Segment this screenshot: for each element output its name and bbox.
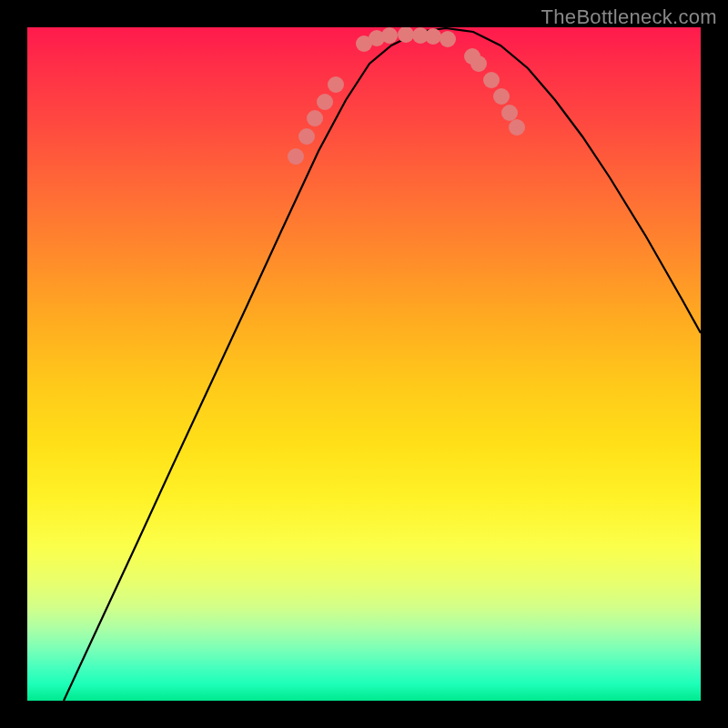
- cluster-dot: [425, 28, 441, 45]
- cluster-dot: [288, 148, 304, 165]
- cluster-dot: [470, 56, 487, 72]
- cluster-dot: [381, 27, 398, 44]
- watermark-text: TheBottleneck.com: [541, 5, 717, 29]
- cluster-dot: [328, 76, 344, 93]
- chart-frame: TheBottleneck.com: [0, 0, 728, 728]
- curve-layer: [27, 27, 701, 701]
- cluster-dot: [298, 128, 315, 145]
- plot-area: [27, 27, 701, 701]
- cluster-dot: [317, 94, 333, 110]
- bottleneck-curve: [64, 28, 701, 701]
- cluster-dot: [483, 72, 500, 88]
- cluster-dot: [501, 105, 518, 121]
- cluster-dot: [493, 88, 510, 105]
- cluster-dot: [509, 119, 525, 136]
- cluster-dot: [440, 31, 456, 47]
- cluster-dot: [307, 110, 323, 126]
